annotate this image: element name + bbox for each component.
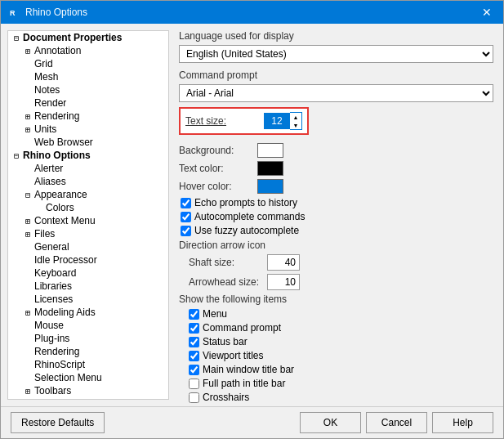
tree-item-annotation[interactable]: ⊞Annotation [8,44,168,57]
close-button[interactable]: ✕ [477,5,497,20]
tree-label-keyboard: Keyboard [34,267,76,279]
show-label-3: Viewport titles [203,350,263,361]
cancel-button[interactable]: Cancel [366,412,427,433]
tree-expander-rhino-options: ⊟ [11,151,21,160]
font-select[interactable]: Arial - Arial [179,84,493,102]
language-select[interactable]: English (United States) [179,45,493,63]
tree-item-render[interactable]: Render [8,96,168,110]
tree-expander-rendering: ⊞ [23,112,33,121]
text-color-row: Text color: [179,161,493,176]
show-checkbox-5[interactable] [189,379,199,389]
text-color-box[interactable] [257,161,283,176]
tree-item-web-browser[interactable]: Web Browser [8,136,168,149]
tree-item-toolbars[interactable]: ⊞Toolbars [8,384,168,397]
tree-item-mesh[interactable]: Mesh [8,70,168,83]
tree-item-notes[interactable]: Notes [8,83,168,96]
command-prompt-label: Command prompt [179,69,493,81]
tree-label-render: Render [34,97,66,109]
tree-item-idle-processor[interactable]: Idle Processor [8,253,168,267]
bottom-bar: Restore Defaults OK Cancel Help [1,406,503,438]
show-item-6: Crosshairs [189,392,493,403]
show-item-3: Viewport titles [189,350,493,361]
tree-item-appearance[interactable]: ⊟Appearance [8,188,168,201]
autocomplete-label: Autocomplete commands [194,211,305,222]
tree-item-rhinoscript[interactable]: RhinoScript [8,358,168,371]
autocomplete-row: Autocomplete commands [181,211,493,222]
tree-label-doc-props: Document Properties [23,32,122,43]
tree-item-general[interactable]: General [8,240,168,253]
tree-item-selection-menu[interactable]: Selection Menu [8,371,168,384]
echo-row: Echo prompts to history [181,197,493,208]
tree-item-keyboard[interactable]: Keyboard [8,267,168,280]
shaft-row: Shaft size: [179,254,493,271]
tree-label-notes: Notes [34,84,60,96]
tree-label-files: Files [34,228,55,240]
tree-item-modeling-aids[interactable]: ⊞Modeling Aids [8,306,168,319]
autocomplete-checkbox[interactable] [181,212,191,222]
tree-item-files[interactable]: ⊞Files [8,227,168,240]
text-size-down[interactable]: ▼ [290,121,301,129]
background-row: Background: [179,143,493,158]
tree-expander-appearance: ⊟ [23,190,33,199]
tree-label-mesh: Mesh [34,71,58,83]
hover-color-box[interactable] [257,179,283,194]
tree-item-rhino-options[interactable]: ⊟Rhino Options [8,149,168,162]
show-checkbox-4[interactable] [189,365,199,375]
tree-item-colors[interactable]: Colors [8,201,168,214]
text-size-spinner: ▲ ▼ [290,112,302,130]
tree-label-licenses: Licenses [34,293,73,305]
tree-panel: ⊟Document Properties⊞AnnotationGridMeshN… [7,30,169,400]
show-checkbox-1[interactable] [189,323,199,334]
arrowhead-input[interactable] [267,274,300,290]
show-label-1: Command prompt [203,322,281,334]
tree-expander-annotation: ⊞ [23,47,33,56]
show-checkbox-3[interactable] [189,351,199,361]
tree-item-updates[interactable]: Updates and Statistics [8,397,168,400]
tree-item-doc-props[interactable]: ⊟Document Properties [8,31,168,44]
text-size-up[interactable]: ▲ [290,113,301,121]
tree-expander-toolbars: ⊞ [23,387,33,396]
tree-item-licenses[interactable]: Licenses [8,293,168,306]
action-buttons: OK Cancel Help [300,412,493,433]
tree-item-alerter[interactable]: Alerter [8,162,168,175]
show-item-2: Status bar [189,336,493,347]
fuzzy-row: Use fuzzy autocomplete [181,225,493,236]
show-checkbox-6[interactable] [189,392,199,403]
tree-item-units[interactable]: ⊞Units [8,123,168,136]
tree-label-mouse: Mouse [34,320,64,331]
tree-label-rendering2: Rendering [34,346,79,357]
tree-item-mouse[interactable]: Mouse [8,319,168,332]
tree-item-libraries[interactable]: Libraries [8,280,168,293]
hover-color-row: Hover color: [179,179,493,194]
show-label-0: Menu [203,308,227,320]
tree-item-rendering2[interactable]: Rendering [8,345,168,358]
ok-button[interactable]: OK [300,412,361,433]
tree-item-grid[interactable]: Grid [8,57,168,70]
show-checkbox-0[interactable] [189,309,199,320]
show-item-0: Menu [189,308,493,320]
tree-item-rendering[interactable]: ⊞Rendering [8,110,168,123]
direction-label: Direction arrow icon [179,240,493,251]
tree-label-idle-processor: Idle Processor [34,254,97,266]
shaft-input[interactable] [267,254,300,271]
help-button[interactable]: Help [432,412,493,433]
fuzzy-label: Use fuzzy autocomplete [194,225,299,236]
tree-item-context-menu[interactable]: ⊞Context Menu [8,214,168,227]
text-size-highlight: Text size: ▲ ▼ [179,107,309,135]
background-label: Background: [179,145,252,156]
restore-defaults-button[interactable]: Restore Defaults [11,412,105,433]
tree-item-aliases[interactable]: Aliases [8,175,168,188]
tree-expander-doc-props: ⊟ [11,34,21,43]
echo-checkbox[interactable] [181,198,191,208]
fuzzy-checkbox[interactable] [181,226,191,236]
tree-item-plug-ins[interactable]: Plug-ins [8,332,168,345]
text-size-input[interactable] [264,113,290,129]
text-size-spinbox: ▲ ▼ [264,112,302,130]
tree-label-general: General [34,241,69,253]
show-item-1: Command prompt [189,322,493,334]
tree-label-rhinoscript: RhinoScript [34,359,85,370]
show-checkbox-2[interactable] [189,337,199,347]
hover-color-label: Hover color: [179,181,252,192]
background-color[interactable] [257,143,283,158]
language-label: Language used for display [179,30,493,42]
